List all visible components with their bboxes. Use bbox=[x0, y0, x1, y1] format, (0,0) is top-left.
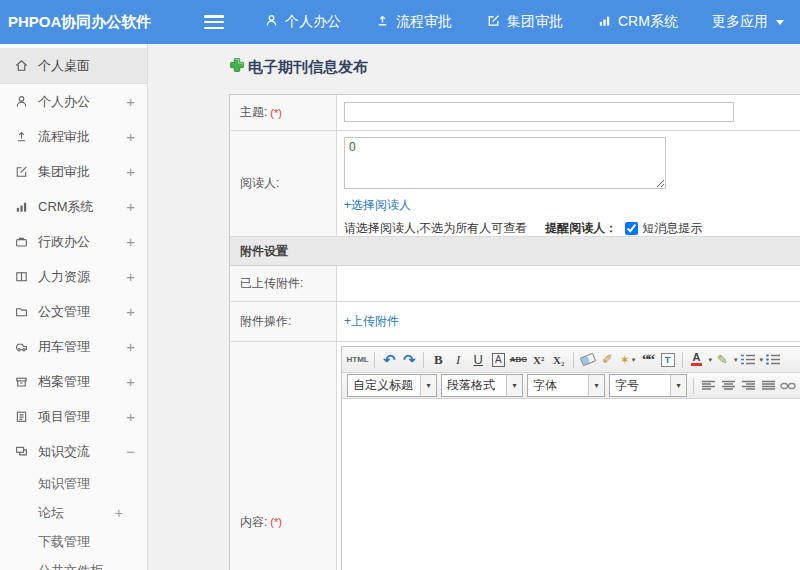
sidebar-item-project-management[interactable]: 项目管理 + bbox=[0, 399, 147, 434]
auto-typeset-icon[interactable]: ✶▾ bbox=[619, 350, 636, 370]
sidebar-item-human-resources[interactable]: 人力资源 + bbox=[0, 259, 147, 294]
chevron-down-icon[interactable]: ▾ bbox=[760, 356, 764, 364]
paste-as-text-icon[interactable]: T bbox=[659, 350, 676, 370]
undo-icon[interactable]: ↶ bbox=[381, 350, 398, 370]
align-center-icon[interactable] bbox=[720, 376, 737, 396]
strikethrough-button[interactable]: ABC bbox=[510, 350, 527, 370]
nav-label: 集团审批 bbox=[507, 13, 563, 31]
sms-notify-checkbox[interactable] bbox=[625, 222, 638, 235]
attachment-action-row: 附件操作: +上传附件 bbox=[230, 302, 800, 342]
format-painter-icon[interactable]: ✐ bbox=[599, 350, 616, 370]
expand-plus-icon[interactable]: + bbox=[126, 128, 135, 145]
align-justify-icon[interactable] bbox=[760, 376, 777, 396]
expand-plus-icon[interactable]: + bbox=[126, 338, 135, 355]
expand-plus-icon[interactable]: + bbox=[126, 233, 135, 250]
sidebar-item-admin-office[interactable]: 行政办公 + bbox=[0, 224, 147, 259]
readers-textarea[interactable]: 0 bbox=[344, 137, 666, 189]
uploaded-attachments-value bbox=[337, 266, 800, 301]
subject-label: 主题: (*) bbox=[230, 95, 337, 130]
expand-plus-icon[interactable]: + bbox=[126, 268, 135, 285]
nav-group-approval[interactable]: 集团审批 bbox=[486, 13, 563, 31]
chevron-down-icon: ▾ bbox=[670, 375, 686, 396]
bar-chart-icon bbox=[14, 199, 29, 214]
collapse-minus-icon[interactable]: − bbox=[126, 443, 135, 460]
select-readers-link[interactable]: +选择阅读人 bbox=[344, 197, 411, 214]
nav-label: CRM系统 bbox=[618, 13, 678, 31]
sidebar-subitem-knowledge-management[interactable]: 知识管理 bbox=[0, 469, 147, 498]
expand-plus-icon[interactable]: + bbox=[126, 408, 135, 425]
align-right-icon[interactable] bbox=[740, 376, 757, 396]
redo-icon[interactable]: ↷ bbox=[401, 350, 418, 370]
chevron-down-icon: ▾ bbox=[420, 375, 436, 396]
underline-button[interactable]: U bbox=[470, 350, 487, 370]
remove-format-eraser-icon[interactable] bbox=[579, 350, 596, 370]
font-color-button[interactable]: A bbox=[688, 350, 705, 370]
expand-plus-icon[interactable]: + bbox=[126, 373, 135, 390]
expand-plus-icon[interactable]: + bbox=[126, 303, 135, 320]
italic-button[interactable]: I bbox=[450, 350, 467, 370]
sidebar-item-crm-system[interactable]: CRM系统 + bbox=[0, 189, 147, 224]
sidebar-subitem-forum[interactable]: 论坛 + bbox=[0, 498, 147, 527]
sidebar-item-vehicle-management[interactable]: 用车管理 + bbox=[0, 329, 147, 364]
chat-bubbles-icon bbox=[14, 444, 29, 459]
chevron-down-icon bbox=[776, 20, 784, 25]
sidebar-subitem-download-management[interactable]: 下载管理 bbox=[0, 527, 147, 556]
unordered-list-icon[interactable] bbox=[765, 350, 782, 370]
upload-attachment-link[interactable]: +上传附件 bbox=[344, 313, 399, 330]
expand-plus-icon[interactable]: + bbox=[126, 198, 135, 215]
expand-plus-icon[interactable]: + bbox=[126, 93, 135, 110]
bar-chart-icon bbox=[597, 13, 612, 31]
subject-input[interactable] bbox=[344, 102, 734, 122]
expand-plus-icon[interactable]: + bbox=[126, 163, 135, 180]
editor-toolbar-row-1: HTML ↶ ↷ B I U A ABC X² X₂ ✐ bbox=[342, 347, 800, 373]
superscript-button[interactable]: X² bbox=[530, 350, 547, 370]
sidebar-item-archive-management[interactable]: 档案管理 + bbox=[0, 364, 147, 399]
sidebar-item-personal-office[interactable]: 个人办公 + bbox=[0, 84, 147, 119]
paragraph-format-select[interactable]: 段落格式▾ bbox=[441, 374, 523, 397]
uploaded-attachments-row: 已上传附件: bbox=[230, 266, 800, 302]
page-title-row: 电子期刊信息发布 bbox=[229, 57, 368, 77]
expand-plus-icon[interactable]: + bbox=[115, 505, 123, 521]
font-family-select[interactable]: 字体▾ bbox=[527, 374, 605, 397]
top-nav: 个人办公 流程审批 集团审批 CRM系统 更多应用 bbox=[264, 13, 784, 31]
html-source-button[interactable]: HTML bbox=[347, 350, 369, 370]
bold-button[interactable]: B bbox=[430, 350, 447, 370]
menu-toggle-icon[interactable] bbox=[204, 15, 224, 29]
clipboard-icon bbox=[14, 409, 29, 424]
required-mark: (*) bbox=[270, 516, 282, 528]
sidebar-subitem-public-file-cabinet[interactable]: 公共文件柜 bbox=[0, 556, 147, 570]
subject-row: 主题: (*) bbox=[230, 95, 800, 131]
editor-toolbar-row-2: 自定义标题▾ 段落格式▾ 字体▾ 字号▾ bbox=[342, 373, 800, 399]
sidebar-item-document-management[interactable]: 公文管理 + bbox=[0, 294, 147, 329]
font-size-select[interactable]: 字号▾ bbox=[609, 374, 687, 397]
attachment-section-header: 附件设置 bbox=[230, 237, 800, 266]
readers-hint: 请选择阅读人,不选为所有人可查看 bbox=[344, 220, 527, 237]
nav-personal-office[interactable]: 个人办公 bbox=[264, 13, 341, 31]
subscript-button[interactable]: X₂ bbox=[550, 350, 567, 370]
chevron-down-icon[interactable]: ▾ bbox=[734, 356, 738, 364]
custom-title-select[interactable]: 自定义标题▾ bbox=[347, 374, 437, 397]
nav-more-apps[interactable]: 更多应用 bbox=[712, 13, 784, 31]
sidebar-item-group-approval[interactable]: 集团审批 + bbox=[0, 154, 147, 189]
readers-row: 阅读人: 0 +选择阅读人 请选择阅读人,不选为所有人可查看 提醒阅读人： 短消… bbox=[230, 131, 800, 237]
insert-link-icon[interactable] bbox=[780, 376, 797, 396]
readers-hint-line: 请选择阅读人,不选为所有人可查看 提醒阅读人： 短消息提示 bbox=[344, 220, 800, 237]
person-icon bbox=[14, 94, 29, 109]
font-border-button[interactable]: A bbox=[490, 350, 507, 370]
align-left-icon[interactable] bbox=[700, 376, 717, 396]
editor-content-area[interactable] bbox=[342, 399, 800, 570]
archive-box-icon bbox=[14, 374, 29, 389]
ordered-list-icon[interactable] bbox=[739, 350, 756, 370]
content-label: 内容: (*) bbox=[230, 342, 337, 570]
highlight-color-icon[interactable]: ✎ bbox=[714, 350, 731, 370]
flow-up-arrow-icon bbox=[14, 129, 29, 144]
chevron-down-icon: ▾ bbox=[506, 375, 522, 396]
sidebar-item-knowledge-exchange[interactable]: 知识交流 − bbox=[0, 434, 147, 469]
nav-crm-system[interactable]: CRM系统 bbox=[597, 13, 678, 31]
nav-workflow-approval[interactable]: 流程审批 bbox=[375, 13, 452, 31]
sidebar-item-workflow-approval[interactable]: 流程审批 + bbox=[0, 119, 147, 154]
blockquote-icon[interactable]: ““ bbox=[639, 350, 656, 370]
folder-icon bbox=[14, 304, 29, 319]
sidebar-item-personal-desktop[interactable]: 个人桌面 bbox=[0, 48, 147, 84]
chevron-down-icon[interactable]: ▾ bbox=[709, 356, 713, 364]
